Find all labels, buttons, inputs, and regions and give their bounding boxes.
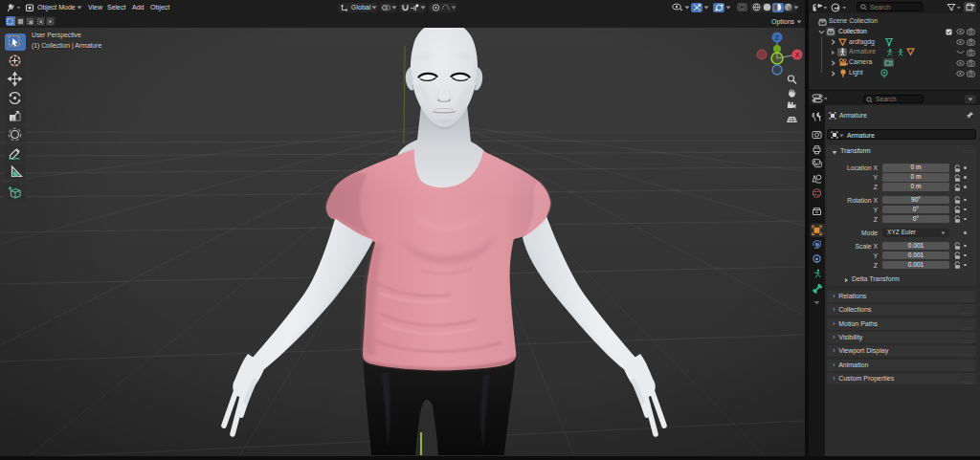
svg-text:Z: Z [775,34,780,41]
svg-text:X: X [795,52,800,58]
